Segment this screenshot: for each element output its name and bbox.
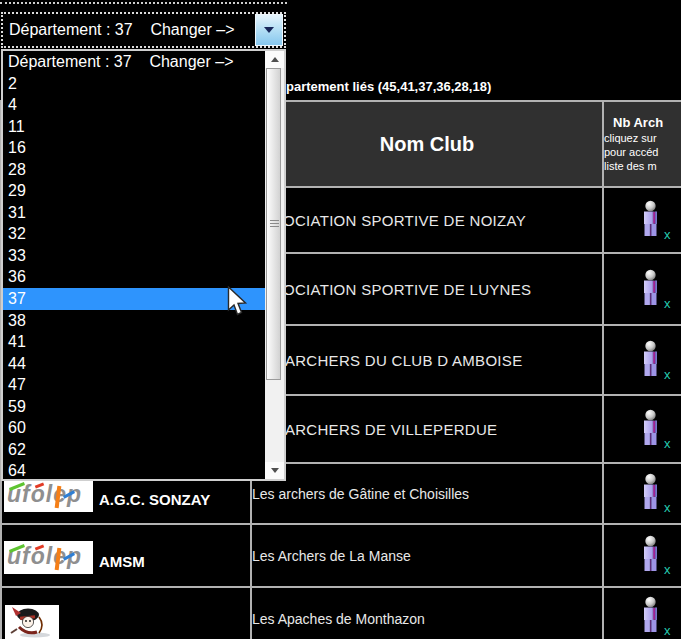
table-row: ufolep AMSM Les Archers de La Manse x — [1, 524, 681, 587]
archer-x-link[interactable]: x — [664, 229, 671, 241]
dropdown-option[interactable]: 11 — [3, 116, 265, 138]
dropdown-option[interactable]: 2 — [3, 73, 265, 95]
dropdown-option[interactable]: 33 — [3, 245, 265, 267]
club-logo-cell: ufolep AMSM — [1, 524, 251, 587]
scrollbar-down-button[interactable] — [265, 462, 284, 479]
dropdown-option[interactable]: 64 — [3, 460, 265, 479]
dropdown-option[interactable]: Département : 37 Changer –> — [3, 51, 265, 73]
table-row: Les Apaches de Monthazon x — [1, 587, 681, 639]
archer-person-icon[interactable] — [640, 473, 661, 514]
scrollbar-grip-icon — [270, 220, 279, 228]
dropdown-option[interactable]: 4 — [3, 94, 265, 116]
archer-x-link[interactable]: x — [664, 298, 671, 310]
department-select[interactable]: Département : 37 Changer –> — [1, 12, 286, 48]
nb-archers-hint-line2: pour accéd — [604, 146, 658, 158]
club-archers-cell: x — [603, 524, 681, 587]
club-archers-cell: x — [603, 325, 681, 395]
nb-archers-title: Nb Arch — [604, 116, 681, 130]
dropdown-option[interactable]: 41 — [3, 331, 265, 353]
club-name: LES ARCHERS DE VILLEPERDUE — [251, 395, 603, 463]
dropdown-option[interactable]: 60 — [3, 417, 265, 439]
nb-archers-hint-line1: cliquez sur — [604, 132, 657, 144]
club-name: Les Archers de La Manse — [251, 524, 603, 587]
dropdown-option[interactable]: 36 — [3, 266, 265, 288]
club-name: LES ARCHERS DU CLUB D AMBOISE — [251, 325, 603, 395]
focus-outline — [0, 2, 287, 4]
apaches-mascot-logo — [5, 605, 59, 639]
club-archers-cell: x — [603, 395, 681, 463]
archer-person-icon[interactable] — [640, 200, 661, 241]
club-archers-cell: x — [603, 463, 681, 524]
nb-archers-hint-line3: liste des m — [604, 160, 657, 172]
dropdown-option-selected[interactable]: 37 — [3, 288, 265, 310]
archer-x-link[interactable]: x — [664, 369, 671, 381]
dropdown-option[interactable]: 28 — [3, 159, 265, 181]
ufolep-logo: ufolep — [4, 541, 93, 574]
club-name: Les archers de Gâtine et Choisilles — [251, 463, 603, 524]
dropdown-option[interactable]: 59 — [3, 396, 265, 418]
arrow-up-icon — [271, 57, 279, 62]
scrollbar[interactable] — [265, 51, 284, 479]
club-code: AMSM — [99, 553, 145, 570]
club-name: Les Apaches de Monthazon — [251, 587, 603, 639]
archer-x-link[interactable]: x — [664, 502, 671, 514]
scrollbar-thumb[interactable] — [266, 68, 281, 380]
dropdown-option[interactable]: 62 — [3, 439, 265, 461]
header-cell-nb-archers: Nb Arch cliquez sur pour accéd liste des… — [603, 101, 681, 187]
archer-person-icon[interactable] — [640, 535, 661, 576]
archer-x-link[interactable]: x — [664, 438, 671, 450]
archer-person-icon[interactable] — [640, 409, 661, 450]
chevron-down-icon — [264, 27, 274, 33]
club-name: ASSOCIATION SPORTIVE DE LUYNES — [251, 253, 603, 325]
dropdown-arrow-button[interactable] — [255, 14, 283, 46]
club-archers-cell: x — [603, 253, 681, 325]
club-code: A.G.C. SONZAY — [99, 491, 210, 508]
dropdown-option[interactable]: 44 — [3, 353, 265, 375]
mouse-cursor — [227, 286, 249, 322]
dropdown-option[interactable]: 47 — [3, 374, 265, 396]
archer-person-icon[interactable] — [640, 269, 661, 310]
dropdown-option[interactable]: 31 — [3, 202, 265, 224]
club-archers-cell: x — [603, 587, 681, 639]
scrollbar-up-button[interactable] — [265, 51, 284, 68]
archer-x-link[interactable]: x — [664, 625, 671, 637]
dropdown-option[interactable]: 38 — [3, 310, 265, 332]
ufolep-logo: ufolep — [4, 479, 93, 512]
department-select-value: Département : 37 Changer –> — [3, 21, 255, 39]
dropdown-option[interactable]: 29 — [3, 180, 265, 202]
archer-person-icon[interactable] — [640, 596, 661, 637]
dropdown-option[interactable]: 32 — [3, 223, 265, 245]
club-name: ASSOCIATION SPORTIVE DE NOIZAY — [251, 187, 603, 253]
dropdown-option[interactable]: 16 — [3, 137, 265, 159]
department-option-list: Département : 37 Changer –> 2 4 11 16 28… — [1, 49, 286, 481]
header-cell-nom-club: Nom Club — [251, 101, 603, 187]
club-logo-cell — [1, 587, 251, 639]
club-archers-cell: x — [603, 187, 681, 253]
arrow-down-icon — [271, 468, 279, 473]
archer-person-icon[interactable] — [640, 340, 661, 381]
archer-x-link[interactable]: x — [664, 564, 671, 576]
page: partement liés (45,41,37,36,28,18) Nom C… — [0, 0, 681, 639]
